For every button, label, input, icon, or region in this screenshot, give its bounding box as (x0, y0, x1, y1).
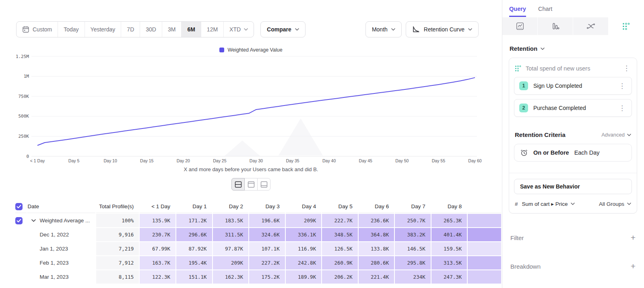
tab-chart[interactable]: Chart (538, 6, 552, 17)
retention-value-cell: 221.4K (359, 270, 394, 284)
event-index-badge: 2 (519, 104, 528, 112)
criteria-title: Retention Criteria (515, 131, 566, 138)
measure-select[interactable]: Sum of cart ▸ Price (522, 201, 575, 207)
range-30d[interactable]: 30D (140, 22, 162, 37)
retention-value-cell: 189.9K (286, 270, 322, 284)
retention-value-cell: 162.3K (213, 270, 249, 284)
chart-bottom-view-icon (260, 181, 268, 188)
event-label: Sign Up Completed (533, 83, 612, 89)
column-header-day-4: Day 4 (286, 200, 322, 213)
sidebar-content: Retention Total spend of new users ⋮ 1Si… (502, 35, 644, 288)
chevron-down-icon (468, 28, 472, 31)
retention-dots-icon (515, 65, 521, 72)
column-header-day-7: Day 7 (395, 200, 431, 213)
toolbar-right: Month Retention Curve (365, 21, 479, 37)
save-as-new-behavior-button[interactable]: Save as New Behavior (514, 179, 632, 194)
range-7d[interactable]: 7D (121, 22, 140, 37)
retention-value-cell-cut (468, 270, 501, 284)
section-title-label: Retention (510, 45, 537, 52)
retention-value-cell: 171.2K (176, 214, 212, 227)
calendar-icon (22, 26, 29, 33)
retention-value-cell: 126.5K (322, 242, 358, 255)
section-title-retention[interactable]: Retention (510, 45, 637, 52)
compare-label: Compare (267, 26, 291, 33)
tab-funnels[interactable] (538, 17, 573, 35)
event-row[interactable]: 1Sign Up Completed⋮ (514, 77, 632, 95)
x-axis-tick: Day 5 (68, 158, 80, 163)
row-checkbox[interactable] (15, 217, 23, 224)
table-row: Dec 1, 20229,916230.7K296.6K311.5K324.6K… (15, 228, 501, 241)
retention-value-cell: 146.5K (395, 242, 431, 255)
event-label: Purchase Completed (533, 105, 612, 111)
behavior-title: Total spend of new users (526, 65, 617, 72)
chart-top-view-button[interactable] (244, 178, 258, 191)
watermark-triangle (279, 118, 323, 155)
criteria-card[interactable]: On or Before Each Day (514, 144, 632, 162)
range-xtd[interactable]: XTD (224, 22, 254, 37)
range-custom[interactable]: Custom (17, 22, 58, 37)
range-yesterday[interactable]: Yesterday (85, 22, 122, 37)
kebab-menu-icon[interactable]: ⋮ (622, 65, 631, 72)
retention-value-cell-cut (468, 256, 501, 269)
retention-criteria-row: Retention Criteria Advanced (515, 131, 631, 138)
x-axis-tick: Day 10 (104, 158, 117, 163)
row-date-label: Jan 1, 2023 (39, 246, 68, 252)
tab-query[interactable]: Query (509, 6, 526, 17)
chart-bottom-view-button[interactable] (257, 178, 270, 191)
total-profiles-cell: 9,916 (96, 228, 139, 241)
retention-value-cell: 242.8K (286, 256, 322, 269)
retention-value-cell: 364.8K (359, 228, 394, 241)
retention-value-cell: 336.1K (286, 228, 322, 241)
retention-value-cell: 295.8K (395, 256, 431, 269)
column-header-day-9-cut (468, 200, 501, 213)
kebab-menu-icon[interactable]: ⋮ (617, 105, 627, 112)
retention-value-cell: 97.87K (213, 242, 249, 255)
y-axis-tick: 500K (19, 114, 29, 119)
kebab-menu-icon[interactable]: ⋮ (617, 83, 627, 89)
range-12m[interactable]: 12M (201, 22, 224, 37)
advanced-toggle[interactable]: Advanced (601, 132, 631, 138)
add-filter-button[interactable]: + (631, 233, 636, 242)
retention-value-cell-cut (468, 214, 501, 227)
chart-legend: Weighted Average Value (0, 47, 502, 53)
breakdown-label: Breakdown (510, 263, 541, 270)
y-axis-tick: 750K (19, 94, 29, 99)
weighted-average-line (37, 78, 475, 145)
tab-insights[interactable] (502, 17, 537, 35)
query-sidebar: QueryChart Retention (502, 0, 644, 288)
tab-retention[interactable] (609, 17, 644, 35)
retention-line-chart: 0250K500K750K1M1.25M< 1 DayDay 5Day 10Da… (0, 53, 502, 166)
add-breakdown-button[interactable]: + (631, 261, 636, 271)
retention-value-cell: 348.5K (322, 228, 358, 241)
table-select-all-checkbox[interactable] (15, 203, 23, 210)
x-axis-tick: Day 20 (177, 158, 190, 163)
range-3m[interactable]: 3M (162, 22, 182, 37)
split-view-button[interactable] (231, 178, 245, 191)
row-expander-chevron-icon[interactable] (31, 219, 36, 222)
retention-value-cell: 195.4K (176, 256, 212, 269)
table-row: Feb 1, 20237,912163.7K195.4K209K227.2K24… (15, 256, 501, 269)
row-date-label: Mar 1, 2023 (39, 274, 68, 280)
chevron-down-icon (541, 48, 545, 50)
x-axis-tick: Day 35 (286, 158, 299, 163)
toolbar: CustomTodayYesterday7D30D3M6M12MXTD Comp… (16, 21, 479, 37)
chart-type-select[interactable]: Retention Curve (406, 21, 479, 37)
y-axis-tick: 1M (24, 74, 29, 79)
insights-line-chart-icon (516, 22, 524, 30)
compare-button[interactable]: Compare (260, 21, 305, 37)
tab-flows[interactable] (573, 17, 608, 35)
retention-value-cell: 107.1K (249, 242, 285, 255)
table-row: Mar 1, 20238,115122.3K151.1K162.3K175.2K… (15, 270, 501, 284)
groups-select[interactable]: All Groups (599, 201, 631, 207)
range-today[interactable]: Today (58, 22, 85, 37)
row-date-label: Dec 1, 2022 (39, 232, 69, 238)
retention-value-cell: 401.4K (431, 228, 467, 241)
retention-value-cell: 250.7K (395, 214, 431, 227)
event-row[interactable]: 2Purchase Completed⋮ (514, 99, 632, 117)
column-header-day-3: Day 3 (249, 200, 285, 213)
table-row: Jan 1, 20237,21967.99K87.92K97.87K107.1K… (15, 242, 501, 255)
retention-value-cell: 260.9K (322, 256, 358, 269)
filter-label: Filter (510, 234, 524, 241)
range-6m[interactable]: 6M (182, 22, 201, 37)
granularity-select[interactable]: Month (365, 21, 402, 37)
